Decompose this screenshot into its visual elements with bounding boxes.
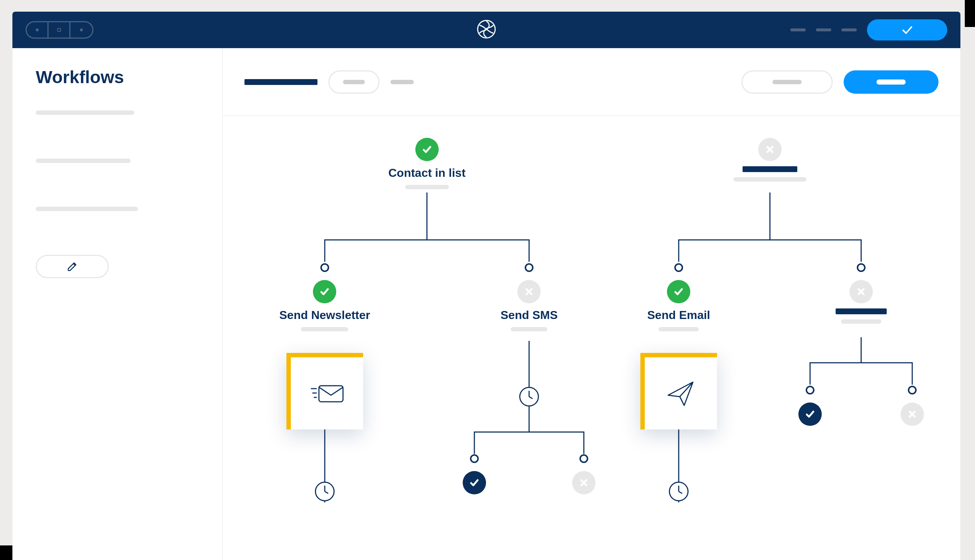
check-icon — [463, 471, 486, 494]
edit-button[interactable] — [36, 255, 109, 278]
envelope-icon — [309, 381, 345, 406]
close-icon — [572, 471, 595, 494]
workflow-canvas[interactable]: Contact in list Send Newsletter — [222, 116, 960, 560]
topbar — [12, 12, 960, 48]
workflow-port[interactable] — [806, 386, 814, 395]
wait-step-icon[interactable] — [519, 387, 539, 407]
action-card-newsletter[interactable] — [286, 353, 363, 430]
sidebar: Workflows — [12, 48, 222, 560]
check-icon — [415, 138, 438, 161]
window-square-icon — [48, 22, 70, 38]
wait-step-icon[interactable] — [669, 482, 689, 501]
close-icon — [901, 402, 924, 426]
paper-plane-icon — [664, 377, 697, 410]
node-branch-no[interactable] — [572, 471, 595, 494]
node-send-email[interactable]: Send Email — [647, 280, 711, 332]
node-branch-yes[interactable] — [798, 402, 822, 426]
node-contact-in-list[interactable]: Contact in list — [388, 138, 466, 189]
node-send-newsletter[interactable]: Send Newsletter — [279, 280, 370, 332]
node-placeholder[interactable] — [733, 138, 806, 182]
node-placeholder[interactable] — [836, 280, 887, 324]
app-logo-icon — [476, 19, 497, 41]
svg-rect-3 — [319, 386, 343, 402]
workflow-port[interactable] — [579, 454, 588, 463]
nav-placeholder[interactable] — [841, 28, 857, 32]
primary-button[interactable] — [844, 70, 938, 94]
sidebar-item[interactable] — [36, 158, 130, 163]
page-title: Workflows — [36, 67, 199, 87]
nav-placeholder[interactable] — [816, 28, 831, 32]
window-controls[interactable] — [25, 21, 94, 38]
workflow-port[interactable] — [857, 263, 866, 272]
workflow-port[interactable] — [320, 263, 329, 272]
window-dot-icon — [70, 22, 92, 38]
workflow-port[interactable] — [908, 386, 916, 395]
confirm-button[interactable] — [867, 19, 947, 40]
wait-step-icon[interactable] — [315, 482, 334, 501]
main-panel: Contact in list Send Newsletter — [222, 48, 960, 560]
app-window: Workflows — [12, 12, 960, 560]
tab-item[interactable] — [390, 80, 414, 84]
action-card-email[interactable] — [641, 353, 717, 430]
workflow-port[interactable] — [674, 263, 683, 272]
close-icon — [517, 280, 541, 303]
tab-active[interactable] — [244, 79, 318, 85]
secondary-button[interactable] — [741, 70, 833, 94]
node-branch-no[interactable] — [901, 402, 924, 426]
tab-pill[interactable] — [328, 70, 380, 94]
node-branch-yes[interactable] — [463, 471, 486, 494]
workflow-port[interactable] — [525, 263, 533, 272]
check-icon — [798, 402, 822, 426]
main-toolbar — [222, 48, 960, 116]
close-icon — [758, 138, 782, 161]
close-icon — [850, 280, 873, 303]
workflow-port[interactable] — [470, 454, 479, 463]
node-send-sms[interactable]: Send SMS — [501, 280, 558, 332]
window-dot-icon — [27, 22, 48, 38]
sidebar-item[interactable] — [36, 207, 138, 211]
pencil-icon — [66, 260, 79, 273]
nav-placeholder[interactable] — [790, 28, 806, 32]
check-icon — [313, 280, 336, 303]
sidebar-item[interactable] — [36, 110, 134, 115]
check-icon — [667, 280, 691, 303]
